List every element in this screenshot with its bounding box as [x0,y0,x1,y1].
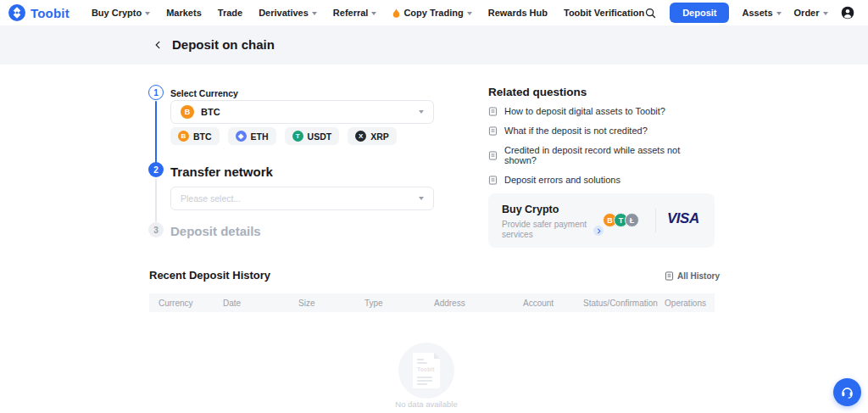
nav-item-label: Assets [742,8,772,18]
related-question-link[interactable]: What if the deposit is not credited? [488,126,715,136]
nav-right-controls: Deposit Assets Order 1 [644,3,868,23]
column-header-address: Address [434,299,465,308]
network-select-placeholder: Please select... [181,193,241,204]
step-2-number: 2 [148,162,164,177]
xrp-coin-icon: X [355,131,366,142]
related-question-text: What if the deposit is not credited? [504,126,648,136]
nav-item-derivatives[interactable]: Derivatives [259,8,317,18]
document-icon [488,151,498,160]
step-3-number: 3 [148,222,164,237]
chip-eth[interactable]: ◆ETH [228,127,276,145]
column-header-size: Size [298,299,314,308]
step-2-label: Transfer network [170,165,273,179]
document-icon [488,126,498,136]
chip-btc[interactable]: BBTC [170,127,220,145]
btc-coin-icon: B [178,131,189,142]
related-questions-list: How to deposit digital assets to Toobit?… [488,106,715,194]
doc-line [417,377,432,378]
chip-label: USDT [308,131,332,142]
nav-item-order[interactable]: Order [794,8,828,18]
quick-currency-chips: BBTC ◆ETH TUSDT XXRP [170,127,397,145]
step-1-number: 1 [148,85,164,100]
network-select[interactable]: Please select... [170,187,434,210]
nav-item-referral[interactable]: Referral [333,8,377,18]
chip-label: BTC [193,131,212,142]
history-table-header: Currency Date Size Type Address Account … [149,293,715,312]
nav-item-label: Buy Crypto [92,8,142,18]
ltc-coin-icon: Ł [625,213,639,227]
step-connector-inactive [155,179,157,222]
column-header-date: Date [223,299,241,308]
eth-coin-icon: ◆ [236,131,247,142]
top-navbar: Toobit Buy Crypto Markets Trade Derivati… [0,0,868,25]
column-header-status: Status/Confirmation [583,299,658,308]
column-header-currency: Currency [159,299,193,308]
primary-nav: Buy Crypto Markets Trade Derivatives Ref… [92,8,644,18]
step-1-label: Select Currency [170,88,238,98]
chip-label: ETH [251,131,269,142]
related-question-link[interactable]: How to deposit digital assets to Toobit? [488,106,715,116]
related-question-link[interactable]: Deposit errors and solutions [488,175,715,185]
chevron-down-icon [419,110,424,114]
brand-logo[interactable]: Toobit [8,4,70,21]
btc-coin-icon: B [181,105,194,119]
history-title: Recent Deposit History [149,269,270,282]
chevron-down-icon [419,197,424,200]
empty-state-illustration: Toobit [398,343,454,399]
column-header-account: Account [523,299,554,308]
all-history-link[interactable]: All History [665,271,720,281]
nav-item-label: Order [794,8,820,18]
all-history-label: All History [677,271,720,281]
nav-item-label: Trade [218,8,242,18]
buy-crypto-card[interactable]: Buy Crypto Provide safer payment service… [488,193,715,248]
nav-item-rewards-hub[interactable]: Rewards Hub [488,8,548,18]
related-question-text: Credited in deposit record while assets … [504,145,715,165]
nav-item-copy-trading[interactable]: Copy Trading [392,8,471,18]
chevron-down-icon [145,12,150,15]
nav-item-label: Referral [333,8,369,18]
currency-select[interactable]: B BTC [170,100,434,124]
nav-item-buy-crypto[interactable]: Buy Crypto [92,8,150,18]
empty-doc-brand-text: Toobit [417,366,435,372]
chip-xrp[interactable]: XXRP [348,127,397,145]
step-connector-active [155,101,157,164]
related-questions-title: Related questions [488,86,587,98]
buy-crypto-subtitle: Provide safer payment services [502,220,602,240]
empty-state-text: No data available [371,399,481,409]
nav-item-assets[interactable]: Assets [742,8,781,18]
doc-line [417,362,427,364]
brand-name: Toobit [31,6,70,20]
related-question-link[interactable]: Credited in deposit record while assets … [488,145,715,165]
chevron-down-icon [312,12,317,15]
nav-item-label: Copy Trading [403,8,463,18]
currency-select-value: BTC [201,107,220,117]
nav-item-trade[interactable]: Trade [218,8,242,18]
chip-usdt[interactable]: TUSDT [285,127,340,145]
payment-coin-icons: B T Ł [603,213,639,227]
document-icon [665,271,674,281]
customer-support-button[interactable] [833,378,861,406]
related-question-text: How to deposit digital assets to Toobit? [504,106,665,116]
step-3-label: Deposit details [170,224,261,238]
chip-label: XRP [370,131,389,142]
back-chevron-icon[interactable] [153,40,163,50]
doc-line [417,383,427,385]
nav-item-markets[interactable]: Markets [166,8,202,18]
deposit-button[interactable]: Deposit [670,3,729,23]
nav-item-label: Toobit Verification [564,8,644,18]
column-header-operations: Operations [665,299,706,308]
visa-logo: VISA [667,210,699,227]
toobit-logo-icon [8,4,25,21]
nav-item-label: Rewards Hub [488,8,548,18]
chevron-down-icon [467,12,472,15]
headset-icon [840,385,854,399]
document-icon [488,176,498,185]
empty-document-icon: Toobit [413,353,440,388]
account-avatar-icon[interactable] [841,6,854,20]
column-header-type: Type [364,299,383,308]
chevron-down-icon [371,12,376,15]
nav-item-toobit-verification[interactable]: Toobit Verification [564,8,644,18]
search-icon[interactable] [644,7,657,20]
card-divider [655,209,656,232]
doc-line [417,359,424,360]
